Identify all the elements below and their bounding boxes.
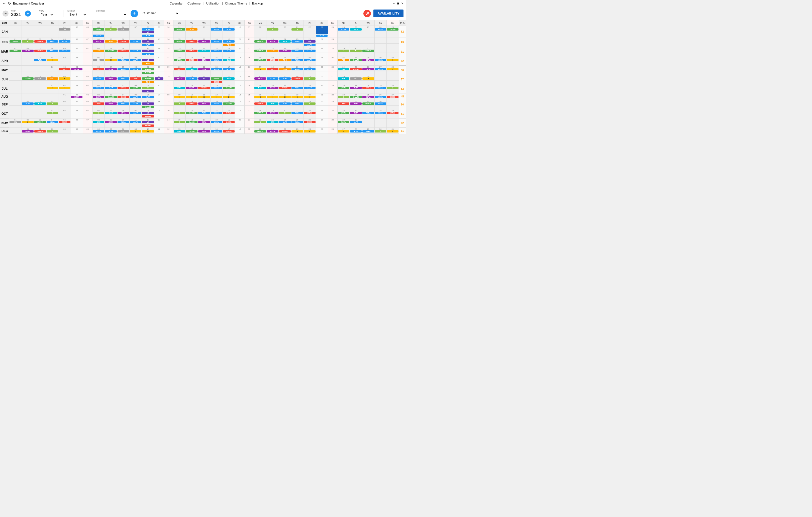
event-chip[interactable]: GAMM [223, 102, 235, 105]
calendar-cell[interactable]: 02 [58, 109, 71, 115]
event-chip[interactable]: ALFA [118, 102, 129, 105]
calendar-cell[interactable]: 29GAMM [362, 100, 374, 106]
event-chip[interactable]: ALFA [93, 87, 104, 89]
calendar-cell[interactable]: 25 [328, 56, 337, 62]
calendar-cell[interactable] [34, 109, 46, 115]
calendar-cell-sub[interactable] [92, 124, 105, 128]
calendar-cell[interactable]: 21 [244, 47, 254, 53]
calendar-cell[interactable]: 18BAR [223, 75, 235, 81]
calendar-cell[interactable]: 01BETA [22, 128, 34, 133]
calendar-cell[interactable]: 11GAMM [142, 75, 154, 81]
calendar-cell[interactable]: 25BETA [362, 93, 374, 99]
calendar-cell-sub[interactable] [303, 81, 316, 84]
availability-button[interactable]: AVAILABILITY [373, 9, 404, 17]
calendar-cell-sub[interactable] [279, 53, 291, 56]
calendar-cell[interactable]: 14 [164, 47, 173, 53]
event-chip[interactable]: CEL [59, 28, 70, 31]
calendar-cell[interactable]: 26 [328, 100, 337, 106]
event-chip[interactable]: FOO [267, 50, 278, 52]
calendar-cell[interactable]: 14BETA [173, 75, 185, 81]
event-chip[interactable]: GAMM [362, 102, 374, 105]
calendar-cell[interactable]: 24B [303, 100, 316, 106]
calendar-cell-sub[interactable] [58, 34, 71, 38]
calendar-cell[interactable]: 03GAMM [105, 93, 117, 99]
event-chip[interactable]: GAMM [350, 96, 361, 98]
calendar-cell[interactable]: 06OMEG [92, 100, 105, 106]
calendar-cell[interactable]: 01ALFA [22, 100, 34, 106]
calendar-cell-sub[interactable] [374, 115, 386, 119]
calendar-cell[interactable]: 28ALFA [374, 109, 386, 115]
calendar-cell-sub[interactable] [34, 90, 46, 93]
calendar-cell-sub[interactable] [117, 90, 129, 93]
calendar-cell-sub[interactable]: FOO [223, 43, 235, 47]
calendar-cell[interactable]: 11 [154, 128, 164, 133]
calendar-cell-sub[interactable] [9, 81, 22, 84]
calendar-cell-sub[interactable] [266, 62, 279, 66]
calendar-cell-sub[interactable] [105, 133, 117, 134]
calendar-cell-sub[interactable] [291, 133, 303, 134]
calendar-cell-sub[interactable] [266, 43, 279, 47]
event-chip[interactable]: FOO [142, 62, 154, 65]
event-chip[interactable]: OMEG [142, 115, 154, 118]
calendar-cell[interactable]: 07 [83, 47, 92, 53]
event-chip[interactable]: H [186, 96, 198, 98]
calendar-cell[interactable]: 24ALFA [279, 119, 291, 124]
calendar-cell[interactable]: 28OMEG [362, 84, 374, 90]
calendar-cell[interactable]: 20OMEG [254, 100, 266, 106]
calendar-cell-sub[interactable] [105, 124, 117, 128]
calendar-cell[interactable]: 04 [58, 128, 71, 133]
calendar-cell[interactable]: 23 [328, 66, 337, 71]
calendar-cell-sub[interactable] [154, 53, 164, 56]
calendar-cell[interactable]: 07ALFA [92, 75, 105, 81]
calendar-cell-sub[interactable] [71, 81, 83, 84]
calendar-cell[interactable]: 10OMEG [173, 66, 185, 71]
calendar-cell-sub[interactable] [173, 90, 185, 93]
calendar-cell-sub[interactable] [71, 124, 83, 128]
calendar-cell[interactable]: 11ALFA [129, 47, 142, 53]
calendar-cell-sub[interactable] [210, 62, 223, 66]
calendar-cell[interactable]: 28 [328, 38, 337, 43]
calendar-cell-sub[interactable] [254, 106, 266, 109]
calendar-cell-sub[interactable] [22, 34, 34, 38]
event-chip[interactable]: BETA [198, 68, 210, 70]
event-chip[interactable]: B [304, 102, 315, 105]
event-chip[interactable]: MS [142, 40, 154, 42]
calendar-cell[interactable]: 23ALFA [303, 56, 316, 62]
event-chip[interactable]: ALFA [291, 59, 303, 61]
event-chip[interactable]: MS [142, 50, 154, 52]
event-chip[interactable]: ALFA [375, 28, 386, 31]
calendar-cell[interactable]: 14 [235, 93, 244, 99]
calendar-cell[interactable]: 19ALFA [223, 47, 235, 53]
refresh-icon[interactable]: ↻ [8, 1, 11, 5]
calendar-cell[interactable]: 07OMEG [117, 84, 129, 90]
calendar-cell[interactable]: 18OMEG [266, 66, 279, 71]
event-chip[interactable]: BAR [267, 102, 278, 105]
calendar-cell[interactable]: 27 [316, 38, 328, 43]
event-chip[interactable]: GAMM [338, 121, 349, 123]
calendar-cell-sub[interactable] [266, 124, 279, 128]
event-chip[interactable]: ALFA [118, 78, 129, 80]
calendar-cell-sub[interactable] [254, 124, 266, 128]
calendar-cell[interactable]: 14GAMM [185, 128, 198, 133]
calendar-cell-sub[interactable] [362, 53, 374, 56]
event-chip[interactable]: BETA [198, 121, 210, 123]
calendar-cell-sub[interactable] [92, 62, 105, 66]
calendar-cell[interactable]: 16GAMM [223, 84, 235, 90]
event-chip[interactable]: GAMM [338, 112, 349, 114]
calendar-cell[interactable] [386, 75, 399, 81]
calendar-cell[interactable] [9, 93, 22, 99]
calendar-cell-sub[interactable] [374, 81, 386, 84]
calendar-cell[interactable] [9, 109, 22, 115]
calendar-cell-sub[interactable] [46, 81, 58, 84]
event-chip[interactable]: OMEG [387, 112, 399, 114]
calendar-cell[interactable] [9, 75, 22, 81]
event-chip[interactable]: GAMM [254, 50, 266, 52]
event-chip[interactable]: GAMM [174, 28, 185, 31]
calendar-cell[interactable] [22, 56, 34, 62]
calendar-cell[interactable]: 08ALFA [129, 56, 142, 62]
calendar-cell[interactable]: 20H [303, 93, 316, 99]
event-chip[interactable]: ALFA [47, 50, 58, 52]
event-chip[interactable]: FOO [338, 59, 349, 61]
calendar-cell[interactable]: 08CEL [117, 128, 129, 133]
event-chip[interactable]: BETA [71, 68, 83, 70]
